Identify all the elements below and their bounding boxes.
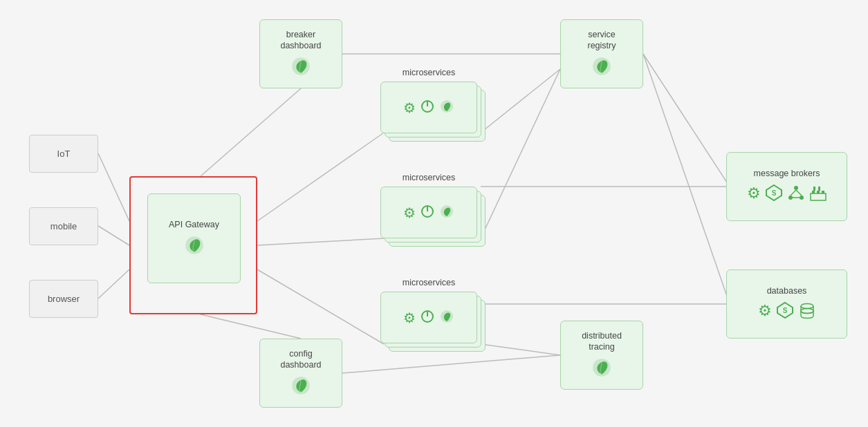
message-brokers-node[interactable]: message brokers ⚙ S bbox=[726, 152, 847, 221]
message-brokers-label: message brokers bbox=[754, 168, 820, 179]
svg-point-39 bbox=[801, 308, 813, 313]
gear-icon-2: ⚙ bbox=[758, 302, 772, 320]
client-browser-label: browser bbox=[48, 294, 80, 304]
svg-point-25 bbox=[788, 196, 793, 200]
svg-rect-32 bbox=[817, 191, 820, 193]
client-mobile: mobile bbox=[29, 207, 98, 245]
gear-icon: ⚙ bbox=[747, 184, 761, 202]
breaker-dashboard-label: breakerdashboard bbox=[280, 29, 321, 52]
databases-icons: ⚙ S bbox=[758, 301, 816, 321]
svg-rect-30 bbox=[811, 193, 826, 200]
api-gateway-label: API Gateway bbox=[169, 219, 219, 230]
breaker-dashboard-node[interactable]: breakerdashboard bbox=[259, 19, 342, 88]
spring-icon bbox=[183, 234, 205, 256]
ms-top-label: microservices bbox=[380, 68, 477, 77]
ms-spring-icon-3 bbox=[439, 309, 454, 326]
svg-rect-35 bbox=[818, 187, 820, 191]
svg-rect-33 bbox=[822, 191, 824, 193]
redis-icon: S bbox=[765, 184, 783, 204]
ms-stack-top: microservices ⚙ bbox=[380, 82, 488, 151]
service-registry-label: serviceregistry bbox=[588, 29, 616, 52]
svg-line-7 bbox=[201, 314, 301, 339]
client-browser: browser bbox=[29, 280, 98, 318]
svg-rect-31 bbox=[812, 191, 815, 193]
svg-line-5 bbox=[257, 269, 384, 344]
breaker-dashboard-icons bbox=[290, 55, 312, 77]
svg-rect-34 bbox=[813, 187, 815, 191]
ms-mid-card-1: ⚙ bbox=[380, 187, 477, 238]
ms-bot-card-1: ⚙ bbox=[380, 292, 477, 343]
svg-line-28 bbox=[796, 190, 802, 196]
svg-point-24 bbox=[794, 186, 798, 190]
ms-stack-bot: microservices ⚙ bbox=[380, 292, 488, 361]
service-registry-icons bbox=[591, 55, 613, 77]
databases-label: databases bbox=[767, 285, 807, 296]
svg-line-13 bbox=[643, 54, 730, 187]
databases-node[interactable]: databases ⚙ S bbox=[726, 269, 847, 339]
redis-icon-2: S bbox=[776, 301, 794, 321]
ms-power-icon-2 bbox=[420, 204, 435, 221]
distributed-tracing-icons bbox=[591, 357, 613, 379]
ms-gear-icon: ⚙ bbox=[403, 99, 416, 116]
svg-point-26 bbox=[800, 196, 804, 200]
ms-top-card-1: ⚙ bbox=[380, 82, 477, 133]
ms-mid-label: microservices bbox=[380, 173, 477, 182]
distributed-tracing-node[interactable]: distributedtracing bbox=[560, 321, 643, 390]
svg-line-27 bbox=[791, 190, 796, 196]
ms-power-icon-3 bbox=[420, 309, 435, 326]
svg-line-9 bbox=[481, 69, 560, 133]
spring-leaf-icon-3 bbox=[290, 374, 312, 397]
svg-line-10 bbox=[481, 69, 560, 238]
svg-point-38 bbox=[801, 303, 813, 308]
ms-power-icon bbox=[420, 99, 435, 116]
client-iot: IoT bbox=[29, 135, 98, 173]
api-gateway-node[interactable]: API Gateway bbox=[147, 193, 241, 283]
svg-line-11 bbox=[481, 344, 560, 355]
ms-bot-label: microservices bbox=[380, 278, 477, 287]
ms-gear-icon-3: ⚙ bbox=[403, 310, 416, 326]
config-dashboard-icons bbox=[290, 374, 312, 397]
distributed-tracing-label: distributedtracing bbox=[582, 330, 622, 353]
kafka-icon bbox=[787, 184, 805, 204]
config-dashboard-node[interactable]: configdashboard bbox=[259, 339, 342, 408]
svg-line-4 bbox=[257, 238, 384, 245]
ms-stack-mid: microservices ⚙ bbox=[380, 187, 488, 256]
ms-spring-icon bbox=[439, 99, 454, 116]
db-stack-icon bbox=[798, 301, 816, 321]
client-iot-label: IoT bbox=[57, 149, 71, 159]
ms-gear-icon-2: ⚙ bbox=[403, 205, 416, 221]
api-gateway-icons bbox=[183, 234, 205, 256]
svg-line-3 bbox=[257, 133, 384, 221]
svg-line-6 bbox=[201, 88, 301, 176]
factory-icon bbox=[809, 184, 827, 204]
svg-line-1 bbox=[98, 226, 129, 245]
svg-text:S: S bbox=[782, 307, 787, 314]
spring-leaf-icon bbox=[290, 55, 312, 77]
architecture-diagram: IoT mobile browser API Gateway breakerda… bbox=[0, 0, 868, 427]
spring-leaf-icon-2 bbox=[591, 55, 613, 77]
service-registry-node[interactable]: serviceregistry bbox=[560, 19, 643, 88]
svg-text:S: S bbox=[771, 189, 776, 197]
message-brokers-icons: ⚙ S bbox=[747, 184, 827, 204]
ms-spring-icon-2 bbox=[439, 204, 454, 221]
client-mobile-label: mobile bbox=[50, 221, 77, 231]
svg-line-14 bbox=[643, 54, 730, 304]
svg-line-0 bbox=[98, 153, 129, 221]
svg-line-2 bbox=[98, 269, 129, 298]
config-dashboard-label: configdashboard bbox=[280, 348, 321, 371]
spring-leaf-icon-4 bbox=[591, 357, 613, 379]
